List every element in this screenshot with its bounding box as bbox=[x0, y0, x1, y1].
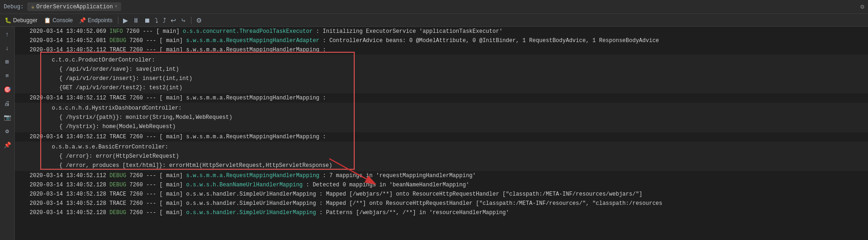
toolbar-separator-2 bbox=[191, 17, 191, 24]
log-line-content: 2020-03-14 13:40:52.112 DEBUG 7260 --- [… bbox=[30, 172, 866, 180]
log-line-content: 2020-03-14 13:40:52.128 DEBUG 7260 --- [… bbox=[30, 181, 866, 189]
step-into-btn[interactable]: ⤴ bbox=[161, 16, 168, 25]
sidebar-menu-icon[interactable]: ≡ bbox=[2, 70, 13, 81]
endpoints-tab[interactable]: 📌 Endpoints bbox=[76, 16, 115, 25]
gear-icon[interactable]: ⚙ bbox=[861, 3, 864, 11]
log-line-content: 2020-03-14 13:40:52.128 TRACE 7260 --- [… bbox=[30, 199, 866, 208]
sidebar: ↑ ↓ ⊞ ≡ 🎯 🖨 📷 ⚙ 📌 bbox=[0, 27, 15, 240]
code-class-1: c.t.o.c.ProductOrderController: bbox=[52, 55, 864, 65]
code-class-2: o.s.c.n.h.d.HystrixDashboardController: bbox=[52, 104, 864, 113]
sidebar-target-icon[interactable]: 🎯 bbox=[2, 84, 13, 95]
log-line-content: 2020-03-14 13:40:52.112 TRACE 7260 --- [… bbox=[30, 94, 866, 102]
code-line-1c: {GET /api/v1/order/test2}: test2(int) bbox=[52, 83, 864, 92]
log-line: 2020-03-14 13:40:52.069 INFO 7260 --- [ … bbox=[15, 27, 868, 36]
code-line-2a: { /hystrix/{path}}: monitor(String,Model… bbox=[52, 113, 864, 122]
code-line-1b: { /api/v1/order/insert}: insert(int,int) bbox=[52, 74, 864, 83]
log-line-content: 2020-03-14 13:40:52.128 TRACE 7260 --- [… bbox=[30, 190, 866, 198]
log-line-content: 2020-03-14 13:40:52.112 TRACE 7260 --- [… bbox=[30, 133, 866, 141]
code-line-3a: { /error}: error(HttpServletRequest) bbox=[52, 152, 864, 161]
stop-btn[interactable]: ⏹ bbox=[142, 16, 152, 25]
log-line: 2020-03-14 13:40:52.112 TRACE 7260 --- [… bbox=[15, 93, 868, 103]
settings-btn[interactable]: ⚙ bbox=[194, 16, 204, 25]
code-line-2b: { /hystrix}: home(Model,WebRequest) bbox=[52, 122, 864, 131]
log-line-content: 2020-03-14 13:40:52.112 TRACE 7260 --- [… bbox=[30, 46, 866, 54]
step-over-btn[interactable]: ⤵ bbox=[153, 16, 160, 25]
sidebar-settings-icon[interactable]: ⚙ bbox=[2, 126, 13, 137]
sidebar-layout-icon[interactable]: ⊞ bbox=[2, 56, 13, 68]
code-line-1a: { /api/v1/order/save}: save(int,int) bbox=[52, 65, 864, 74]
log-line: 2020-03-14 13:40:52.112 DEBUG 7260 --- [… bbox=[15, 171, 868, 180]
sidebar-print-icon[interactable]: 🖨 bbox=[2, 98, 13, 109]
app-tab-label: OrderServiceApplication bbox=[36, 4, 113, 10]
code-block-1: c.t.o.c.ProductOrderController: { /api/v… bbox=[15, 55, 868, 93]
resume-btn[interactable]: ▶ bbox=[121, 16, 130, 25]
log-line-content: 2020-03-14 13:40:52.081 DEBUG 7260 --- [… bbox=[30, 37, 866, 45]
step-out-btn[interactable]: ↩ bbox=[169, 16, 178, 25]
log-line: 2020-03-14 13:40:52.128 DEBUG 7260 --- [… bbox=[15, 180, 868, 190]
top-bar: Debug: ☕ OrderServiceApplication × ⚙ bbox=[0, 0, 868, 14]
log-area: 2020-03-14 13:40:52.069 INFO 7260 --- [ … bbox=[15, 27, 868, 240]
debugger-icon: 🐛 bbox=[5, 17, 12, 24]
sidebar-pin-icon[interactable]: 📌 bbox=[2, 140, 13, 151]
log-line: 2020-03-14 13:40:52.128 TRACE 7260 --- [… bbox=[15, 190, 868, 199]
console-tab[interactable]: 📋 Console bbox=[41, 16, 75, 25]
run-cursor-btn[interactable]: ⤷ bbox=[179, 16, 188, 25]
pause-btn[interactable]: ⏸ bbox=[131, 16, 141, 25]
log-line: 2020-03-14 13:40:52.128 TRACE 7260 --- [… bbox=[15, 199, 868, 208]
main-container: ↑ ↓ ⊞ ≡ 🎯 🖨 📷 ⚙ 📌 2020-03-14 13:40:52.06… bbox=[0, 27, 868, 240]
app-tab[interactable]: ☕ OrderServiceApplication × bbox=[27, 2, 121, 11]
endpoints-icon: 📌 bbox=[79, 17, 86, 24]
code-line-3b: { /error, produces [text/html]}: errorHt… bbox=[52, 161, 864, 170]
code-block-2: o.s.c.n.h.d.HystrixDashboardController: … bbox=[15, 103, 868, 132]
console-icon: 📋 bbox=[44, 17, 51, 24]
debugger-tab[interactable]: 🐛 Debugger bbox=[2, 16, 40, 25]
log-line: 2020-03-14 13:40:52.112 TRACE 7260 --- [… bbox=[15, 45, 868, 55]
log-content: 2020-03-14 13:40:52.069 INFO 7260 --- [ … bbox=[15, 27, 868, 217]
toolbar: 🐛 Debugger 📋 Console 📌 Endpoints ▶ ⏸ ⏹ ⤵… bbox=[0, 14, 868, 27]
code-class-3: o.s.b.a.w.s.e.BasicErrorController: bbox=[52, 142, 864, 152]
sidebar-down-icon[interactable]: ↓ bbox=[2, 43, 13, 54]
log-line: 2020-03-14 13:40:52.081 DEBUG 7260 --- [… bbox=[15, 36, 868, 45]
log-line-content: 2020-03-14 13:40:52.069 INFO 7260 --- [ … bbox=[30, 27, 866, 36]
sidebar-up-icon[interactable]: ↑ bbox=[2, 29, 13, 40]
debug-label: Debug: bbox=[4, 4, 24, 10]
sidebar-camera-icon[interactable]: 📷 bbox=[2, 112, 13, 123]
log-line: 2020-03-14 13:40:52.112 TRACE 7260 --- [… bbox=[15, 132, 868, 142]
log-line-content: 2020-03-14 13:40:52.128 DEBUG 7260 --- [… bbox=[30, 209, 866, 217]
log-line: 2020-03-14 13:40:52.128 DEBUG 7260 --- [… bbox=[15, 208, 868, 217]
code-block-3: o.s.b.a.w.s.e.BasicErrorController: { /e… bbox=[15, 142, 868, 171]
toolbar-separator-1 bbox=[118, 17, 118, 24]
tab-close-icon[interactable]: × bbox=[115, 4, 117, 9]
